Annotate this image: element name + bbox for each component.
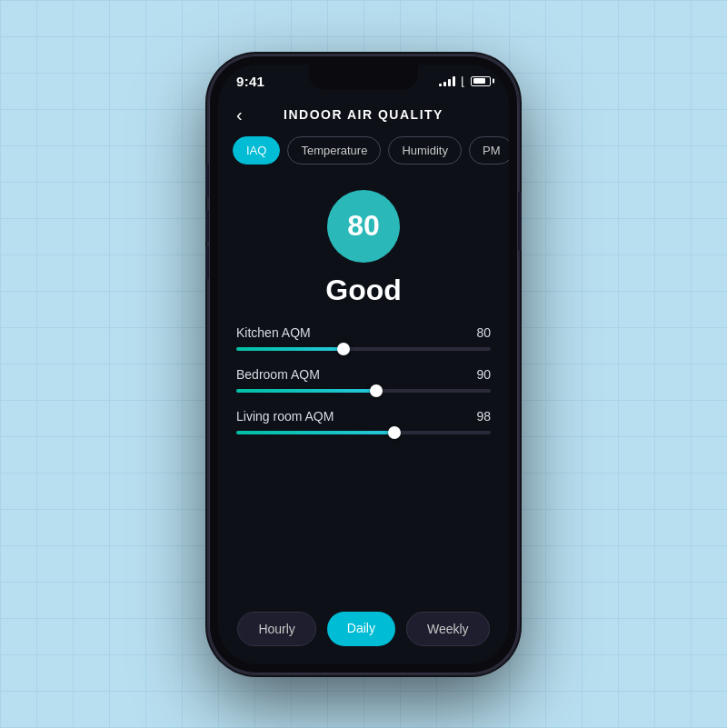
tabs-row: IAQ Temperature Humidity PM — [218, 136, 509, 175]
slider-thumb-kitchen — [337, 343, 350, 355]
sensor-name-bedroom: Bedroom AQM — [236, 367, 320, 382]
sensor-value-living: 98 — [476, 409, 491, 424]
slider-fill-living — [236, 431, 394, 434]
slider-track-bedroom[interactable] — [236, 389, 491, 393]
bottom-tab-weekly[interactable]: Weekly — [406, 612, 490, 646]
header: ‹ INDOOR AIR QUALITY — [218, 95, 509, 136]
score-number: 80 — [347, 209, 380, 243]
app-content: ‹ INDOOR AIR QUALITY IAQ Temperature Hum… — [218, 95, 509, 664]
sensors-list: Kitchen AQM 80 Bedroom AQM 90 — [218, 325, 509, 599]
sensor-value-kitchen: 80 — [476, 325, 491, 340]
sensor-name-kitchen: Kitchen AQM — [236, 325, 311, 340]
back-button[interactable]: ‹ — [233, 102, 246, 127]
battery-icon — [471, 76, 491, 86]
phone-frame: 9:41 ⌊ ‹ INDOOR AIR QUALITY — [209, 55, 518, 673]
status-icons: ⌊ — [439, 75, 491, 88]
sensor-name-living: Living room AQM — [236, 409, 334, 424]
score-section: 80 Good — [218, 175, 509, 325]
slider-track-living[interactable] — [236, 431, 491, 434]
tab-humidity[interactable]: Humidity — [388, 136, 462, 165]
slider-track-kitchen[interactable] — [236, 347, 491, 351]
tab-iaq[interactable]: IAQ — [233, 136, 280, 165]
slider-thumb-bedroom — [370, 384, 383, 397]
status-time: 9:41 — [236, 74, 264, 89]
notch — [309, 65, 418, 90]
signal-icon — [439, 75, 455, 86]
bottom-tab-hourly[interactable]: Hourly — [237, 612, 315, 646]
tab-pm[interactable]: PM — [469, 136, 509, 165]
sensor-item-kitchen: Kitchen AQM 80 — [236, 325, 491, 351]
wifi-icon: ⌊ — [461, 75, 465, 88]
bottom-tabs: Hourly Daily Weekly — [218, 599, 509, 664]
phone-screen: 9:41 ⌊ ‹ INDOOR AIR QUALITY — [218, 65, 509, 664]
sensor-item-bedroom: Bedroom AQM 90 — [236, 367, 491, 393]
slider-thumb-living — [388, 426, 401, 439]
sensor-item-living: Living room AQM 98 — [236, 409, 491, 434]
tab-temperature[interactable]: Temperature — [287, 136, 381, 165]
page-title: INDOOR AIR QUALITY — [284, 107, 443, 122]
bottom-tab-daily[interactable]: Daily — [327, 612, 395, 646]
score-label: Good — [325, 274, 402, 307]
sensor-value-bedroom: 90 — [476, 367, 491, 382]
slider-fill-kitchen — [236, 347, 344, 351]
score-circle: 80 — [327, 190, 400, 263]
slider-fill-bedroom — [236, 389, 376, 393]
